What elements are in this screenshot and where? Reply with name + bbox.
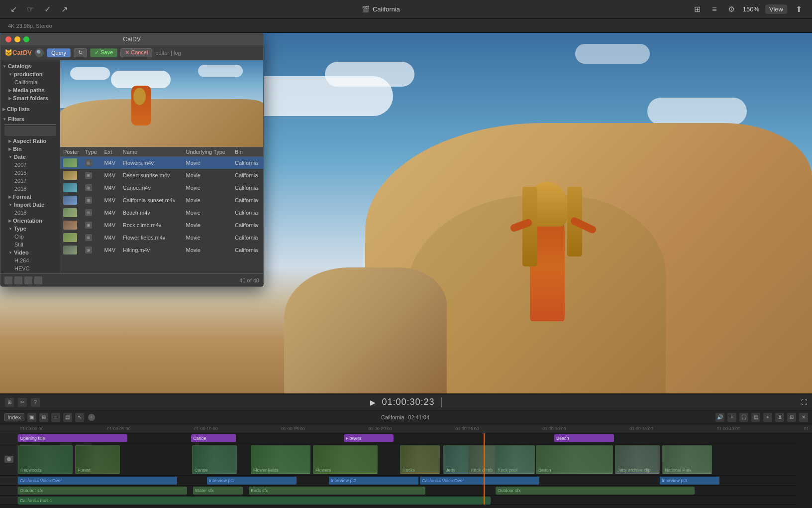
timeline-ctrl-1[interactable]: ⊞	[5, 398, 14, 407]
table-row[interactable]: ⊞ M4V Hiking.m4v Movie California	[60, 244, 263, 256]
sidebar-2017[interactable]: 2017	[0, 177, 60, 185]
snapping[interactable]: ⌖	[763, 413, 772, 422]
grid-icon[interactable]: ⊞	[692, 4, 703, 15]
video-clip[interactable]: Flowers	[313, 445, 378, 474]
audio-vo-clip[interactable]: Interview pt3	[660, 477, 719, 485]
settings-icon[interactable]: ⚙	[726, 4, 737, 15]
collapse-button[interactable]: ‹	[88, 414, 95, 421]
timeline-tracks[interactable]: Opening title Canoe Flowers Beach	[0, 433, 812, 508]
zoom-fit[interactable]: ⊡	[787, 413, 796, 422]
video-clip[interactable]: Jetty archive clip	[615, 445, 660, 474]
sidebar-video[interactable]: ▼Video	[0, 249, 60, 256]
sidebar-orientation[interactable]: ▶Orientation	[0, 217, 60, 225]
sidebar-aspect-ratio[interactable]: ▶Aspect Ratio	[0, 137, 60, 145]
view-button[interactable]: View	[765, 4, 787, 14]
table-row[interactable]: ⊞ M4V Rock climb.m4v Movie California	[60, 219, 263, 232]
sidebar-format[interactable]: ▶Format	[0, 193, 60, 201]
minimize-button[interactable]	[14, 36, 20, 42]
zoom-label[interactable]: 150%	[743, 5, 759, 13]
title-clip-beach[interactable]: Beach	[554, 434, 614, 442]
title-clip-canoe[interactable]: Canoe	[191, 434, 236, 442]
play-button[interactable]: ▶	[370, 398, 376, 406]
sidebar-date[interactable]: ▼Date	[0, 153, 60, 161]
check-icon[interactable]: ✓	[42, 4, 53, 15]
add-track[interactable]: +	[727, 413, 736, 422]
video-clip[interactable]: National Park	[662, 445, 712, 474]
table-row[interactable]: ⊞ M4V Beach.m4v Movie California	[60, 207, 263, 219]
sidebar-still[interactable]: Still	[0, 241, 60, 249]
clip-view[interactable]: ▤	[751, 413, 760, 422]
video-clip[interactable]: Flower fields	[251, 445, 310, 474]
sidebar-type[interactable]: ▼Type	[0, 225, 60, 233]
table-row[interactable]: ⊞ M4V Canoe.m4v Movie California	[60, 182, 263, 194]
sort-icon[interactable]	[34, 276, 42, 284]
table-row[interactable]: ⊞ M4V California sunset.m4v Movie Califo…	[60, 194, 263, 207]
sidebar-clip-lists[interactable]: ▶Clip lists	[0, 105, 60, 113]
audio-sfx-clip[interactable]: Outdoor sfx	[18, 487, 187, 495]
video-clip[interactable]: Rock pool	[495, 445, 535, 474]
grid-view-icon[interactable]	[14, 276, 22, 284]
headphone-icon[interactable]: 🎧	[739, 413, 748, 422]
pointer-icon[interactable]: ☞	[25, 4, 36, 15]
sidebar-media-paths[interactable]: ▶Media paths	[0, 86, 60, 94]
title-clip-opening[interactable]: Opening title	[18, 434, 127, 442]
table-row[interactable]: ⊞ M4V Desert sunrise.m4v Movie Californi…	[60, 169, 263, 182]
table-row[interactable]: ⊞ M4V Flower fields.m4v Movie California	[60, 232, 263, 244]
audio-vo-clip[interactable]: Interview pt1	[207, 477, 297, 485]
video-clip[interactable]: Beach	[536, 445, 613, 474]
sidebar-2018-date[interactable]: 2018	[0, 185, 60, 193]
title-clip-flowers[interactable]: Flowers	[344, 434, 394, 442]
timeline-ctrl-3[interactable]: ?	[31, 398, 40, 407]
maximize-button[interactable]	[23, 36, 29, 42]
save-button[interactable]: ✓ Save	[90, 48, 117, 57]
tl-tool-select[interactable]: ↖	[75, 413, 84, 422]
audio-sfx-clip[interactable]: Outdoor sfx	[496, 487, 695, 495]
video-clip[interactable]: Rocks	[400, 445, 440, 474]
audio-vo-clip[interactable]: California Voice Over	[18, 477, 177, 485]
refresh-button[interactable]: ↻	[74, 48, 87, 57]
list-icon[interactable]: ≡	[709, 4, 720, 15]
back-icon[interactable]: ↙	[8, 4, 19, 15]
fullscreen-btn[interactable]: ⛶	[801, 399, 807, 406]
index-tab[interactable]: Index	[4, 413, 24, 421]
audio-sfx-clip[interactable]: Water sfx	[193, 487, 243, 495]
audio-icon[interactable]: 🔊	[715, 413, 724, 422]
sidebar-california[interactable]: California	[0, 78, 60, 86]
audio-vo-clip[interactable]: Interview pt2	[329, 477, 418, 485]
close-button[interactable]	[5, 36, 11, 42]
video-clip[interactable]: Forest	[75, 445, 120, 474]
sidebar-bin[interactable]: ▶Bin	[0, 145, 60, 153]
tl-layout-2[interactable]: ⊞	[39, 413, 48, 422]
sidebar-2018-import[interactable]: 2018	[0, 209, 60, 217]
catdv-preview-image	[60, 60, 263, 147]
sidebar-filters[interactable]: ▼Filters	[0, 115, 60, 123]
tl-layout-1[interactable]: ▣	[27, 413, 36, 422]
sidebar-production[interactable]: ▼production	[0, 70, 60, 78]
upload-icon[interactable]: ⬆	[793, 4, 804, 15]
tl-layout-3[interactable]: ≡	[51, 413, 60, 422]
share-icon[interactable]: ↗	[59, 4, 70, 15]
audio-music-clip[interactable]: California music	[18, 497, 491, 505]
filmstrip-icon[interactable]	[24, 276, 32, 284]
sidebar-2007[interactable]: 2007	[0, 161, 60, 169]
video-clip[interactable]: Canoe	[192, 445, 237, 474]
audio-sfx-clip[interactable]: Birds sfx	[249, 487, 425, 495]
cancel-button[interactable]: ✕ Cancel	[120, 48, 152, 57]
sidebar-2015[interactable]: 2015	[0, 169, 60, 177]
sidebar-hevc[interactable]: HEVC	[0, 264, 60, 272]
more-options[interactable]: ✕	[799, 413, 808, 422]
ripple[interactable]: ⊻	[775, 413, 784, 422]
col-underlying: Underlying Type	[183, 147, 232, 157]
list-view-icon[interactable]	[4, 276, 12, 284]
tl-layout-4[interactable]: ▤	[63, 413, 72, 422]
sidebar-smart-folders[interactable]: ▶Smart folders	[0, 94, 60, 102]
sidebar-h264[interactable]: H.264	[0, 256, 60, 264]
table-row[interactable]: ⊞ M4V Flowers.m4v Movie California	[60, 157, 263, 169]
sidebar-import-date[interactable]: ▼Import Date	[0, 201, 60, 209]
video-clip[interactable]: Redwoods	[18, 445, 73, 474]
sidebar-clip[interactable]: Clip	[0, 233, 60, 241]
query-button[interactable]: Query	[47, 48, 71, 57]
sidebar-catalogs[interactable]: ▼Catalogs	[0, 62, 60, 70]
timeline-ctrl-2[interactable]: ✂	[18, 398, 27, 407]
audio-vo-clip[interactable]: California Voice Over	[420, 477, 539, 485]
